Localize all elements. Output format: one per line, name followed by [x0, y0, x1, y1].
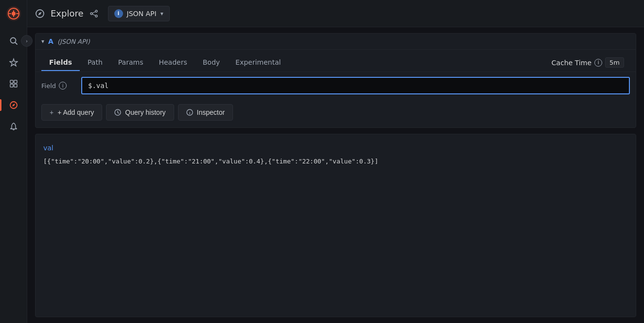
svg-point-9 — [95, 10, 97, 12]
sidebar-collapse-button[interactable]: › — [21, 35, 33, 47]
result-field-name: val — [43, 144, 628, 152]
svg-rect-6 — [14, 84, 17, 87]
sidebar-item-starred[interactable] — [4, 53, 23, 72]
sidebar-item-alerting[interactable] — [4, 117, 23, 136]
sidebar-item-explore[interactable] — [4, 95, 23, 115]
collapse-button[interactable]: ▾ — [41, 38, 44, 45]
action-row: + + Add query Query history — [36, 99, 636, 127]
bell-icon — [9, 122, 18, 131]
plus-icon: + — [50, 108, 54, 116]
datasource-selector[interactable]: i JSON API ▾ — [108, 6, 170, 21]
svg-text:i: i — [189, 111, 190, 115]
results-panel: val [{"time":"20:00","value":0.2},{"time… — [35, 134, 636, 317]
tab-fields[interactable]: Fields — [41, 54, 80, 71]
share-icon[interactable] — [89, 9, 98, 18]
svg-rect-3 — [10, 80, 13, 83]
tab-headers[interactable]: Headers — [151, 54, 195, 71]
tab-body[interactable]: Body — [195, 54, 228, 71]
cache-time-info-icon[interactable]: i — [594, 59, 602, 67]
field-input[interactable] — [81, 77, 630, 94]
svg-rect-5 — [10, 84, 13, 87]
main-content: Explore i JSON API ▾ ▾ A (JSON API — [27, 0, 644, 323]
tab-experimental[interactable]: Experimental — [228, 54, 288, 71]
inspector-label: Inspector — [197, 108, 225, 116]
sidebar-item-dashboards[interactable] — [4, 74, 23, 93]
add-query-label: + Add query — [57, 108, 94, 116]
cache-time-label: Cache Time — [552, 59, 591, 67]
star-icon — [9, 57, 18, 67]
tab-params[interactable]: Params — [110, 54, 151, 71]
svg-line-12 — [92, 12, 95, 13]
result-data: [{"time":"20:00","value":0.2},{"time":"2… — [43, 158, 628, 165]
datasource-name: JSON API — [127, 10, 157, 18]
query-tabs: Fields Path Params Headers Body Experime… — [36, 50, 636, 72]
field-info-icon[interactable]: i — [59, 82, 67, 90]
query-panel-header: ▾ A (JSON API) — [36, 34, 636, 50]
cache-time-value: 5m — [605, 57, 624, 68]
query-label: A — [48, 37, 54, 45]
inspector-button[interactable]: i Inspector — [178, 104, 233, 121]
compass-icon — [9, 100, 18, 110]
tab-path[interactable]: Path — [80, 54, 110, 71]
content-area: ▾ A (JSON API) Fields Path Params Header… — [27, 27, 644, 323]
field-row: Field i — [36, 72, 636, 99]
query-panel: ▾ A (JSON API) Fields Path Params Header… — [35, 33, 636, 128]
grid-icon — [9, 79, 18, 89]
datasource-badge: i — [114, 9, 123, 18]
chevron-down-icon: ▾ — [161, 10, 163, 17]
explore-topbar-icon — [35, 9, 45, 18]
query-datasource-label: (JSON API) — [57, 38, 90, 45]
sidebar: › — [0, 0, 27, 323]
inspector-icon: i — [186, 109, 193, 116]
add-query-button[interactable]: + + Add query — [41, 104, 102, 121]
query-history-button[interactable]: Query history — [106, 104, 174, 121]
svg-point-11 — [95, 15, 97, 17]
svg-line-13 — [92, 14, 95, 16]
grafana-logo[interactable] — [0, 0, 27, 27]
field-label: Field i — [41, 82, 75, 90]
topbar: Explore i JSON API ▾ — [27, 0, 644, 27]
svg-point-10 — [90, 13, 92, 15]
search-icon — [9, 36, 18, 46]
svg-rect-4 — [14, 80, 17, 83]
page-title: Explore — [51, 8, 84, 18]
query-history-label: Query history — [125, 108, 165, 116]
sidebar-item-search[interactable] — [4, 31, 23, 51]
svg-point-2 — [10, 38, 16, 43]
cache-time-tab[interactable]: Cache Time i 5m — [546, 54, 630, 72]
history-icon — [114, 109, 121, 116]
